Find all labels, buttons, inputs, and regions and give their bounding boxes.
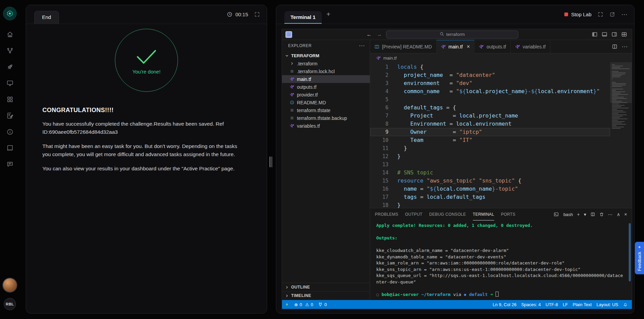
back-icon[interactable]: ← (366, 31, 373, 38)
code-line-8[interactable]: 8 Environment = local.environment (370, 120, 610, 128)
code-line-6[interactable]: 6 default_tags = { (370, 104, 610, 112)
code-line-15[interactable]: 15resource "aws_sns_topic" "sns_topic" { (370, 177, 610, 185)
section-outline[interactable]: OUTLINE (282, 283, 370, 292)
panel-tab-output[interactable]: OUTPUT (405, 208, 422, 220)
file-variables.tf[interactable]: variables.tf (282, 122, 370, 130)
add-terminal-tab-icon[interactable]: + (326, 10, 330, 18)
code-line-4[interactable]: 4 common_name = "${local.project_name}-$… (370, 87, 610, 95)
monitor-icon[interactable] (4, 77, 16, 89)
layout-sidebar-right-icon[interactable] (611, 31, 617, 37)
expand-icon[interactable] (598, 12, 603, 17)
app-logo[interactable] (3, 7, 17, 20)
panel-tab-debug-console[interactable]: DEBUG CONSOLE (429, 208, 466, 220)
chat-icon[interactable] (4, 158, 16, 170)
eol-indicator[interactable]: LF (563, 302, 568, 307)
workflow-icon[interactable] (4, 45, 16, 56)
close-panel-icon[interactable]: × (624, 212, 627, 217)
file-terraform.tfstate[interactable]: terraform.tfstate (282, 106, 370, 114)
keyboard-layout[interactable]: Layout: US (597, 302, 618, 307)
forward-icon[interactable]: → (376, 31, 383, 38)
split-editor-icon[interactable] (612, 44, 618, 49)
code-line-1[interactable]: 1locals { (370, 63, 610, 71)
file-outputs.tf[interactable]: outputs.tf (282, 83, 370, 91)
terminal-scrollbar[interactable] (629, 223, 631, 281)
code-line-12[interactable]: 12} (370, 152, 610, 161)
ports-indicator[interactable]: 0 (318, 302, 327, 307)
stop-lab-button[interactable]: Stop Lab (564, 12, 591, 17)
code-line-18[interactable]: 18} (370, 201, 610, 208)
file-terraform.tfstate.backup[interactable]: terraform.tfstate.backup (282, 114, 370, 122)
file-main.tf[interactable]: main.tf (282, 75, 370, 83)
file-readme.md[interactable]: README.MD (282, 99, 370, 106)
code-line-2[interactable]: 2 project_name = "datacenter" (370, 71, 610, 79)
editor-tab-preview-readme.md[interactable]: [Preview] README.MD (370, 40, 437, 53)
rbl-badge[interactable]: RBL (4, 298, 16, 310)
panel-tab-problems[interactable]: PROBLEMS (375, 208, 398, 220)
code-line-11[interactable]: 11 } (370, 144, 610, 152)
code-line-5[interactable]: 5 (370, 95, 610, 104)
code-line-10[interactable]: 10 Team = "IT" (370, 136, 610, 144)
file-provider.tf[interactable]: provider.tf (282, 91, 370, 99)
blocks-icon[interactable] (4, 93, 16, 105)
code-line-3[interactable]: 3 environment = "dev" (370, 79, 610, 87)
editor-tab-outputs.tf[interactable]: outputs.tf (475, 40, 511, 53)
editor-tab-variables.tf[interactable]: variables.tf (511, 40, 550, 53)
rocket-icon[interactable] (4, 61, 16, 72)
problems-indicator[interactable]: ⊗0 ⚠0 (294, 302, 313, 307)
close-icon[interactable]: × (467, 44, 470, 49)
notifications-bell-icon[interactable] (623, 302, 628, 307)
section-timeline[interactable]: TIMELINE (282, 292, 370, 300)
editor-tab-main.tf[interactable]: main.tf× (437, 40, 475, 54)
minimap-slider[interactable] (610, 62, 632, 103)
kill-terminal-icon[interactable] (599, 212, 604, 217)
panel-tab-ports[interactable]: PORTS (501, 208, 516, 220)
indentation[interactable]: Spaces: 4 (521, 302, 541, 307)
terminal-line: ○ bob@iac-server ~/terraform via ◆ defau… (376, 292, 624, 298)
code-editor[interactable]: 1locals {2 project_name = "datacenter"3 … (370, 62, 610, 208)
info-icon[interactable] (4, 126, 16, 137)
code-line-14[interactable]: 14# SNS topic (370, 169, 610, 177)
file-.terraform.lock.hcl[interactable]: .terraform.lock.hcl (282, 67, 370, 75)
file-.terraform[interactable]: .terraform (282, 60, 370, 67)
split-terminal-icon[interactable] (590, 212, 595, 217)
code-line-9[interactable]: 9 Owner = "iptcp" (370, 128, 610, 136)
book-icon[interactable] (4, 142, 16, 154)
user-avatar[interactable] (3, 278, 17, 292)
panel-resize-handle[interactable] (269, 156, 272, 167)
breadcrumb[interactable]: main.tf (370, 54, 632, 62)
feedback-button[interactable]: + Feedback (635, 242, 644, 274)
remote-indicator[interactable] (285, 302, 289, 307)
command-center-search[interactable]: terraform (386, 30, 518, 39)
maximize-panel-icon[interactable]: ∧ (617, 212, 620, 217)
terminal-dropdown-icon[interactable]: ▾ (584, 212, 586, 217)
file-name: README.MD (297, 100, 326, 105)
minimap[interactable] (610, 62, 632, 208)
language-mode[interactable]: Plain Text (573, 302, 592, 307)
terminal-1-tab[interactable]: Terminal 1 (284, 11, 322, 24)
shell-label[interactable]: bash (563, 212, 573, 217)
encoding[interactable]: UTF-8 (546, 302, 558, 307)
panel-tab-terminal[interactable]: TERMINAL (473, 208, 494, 220)
form-icon[interactable] (4, 110, 16, 121)
panel-more-icon[interactable]: ⋯ (608, 212, 613, 217)
new-terminal-icon[interactable]: + (577, 212, 580, 217)
search-value: terraform (446, 32, 465, 37)
editor-more-icon[interactable]: ⋯ (622, 44, 628, 50)
code-line-16[interactable]: 16 name = "${local.common_name}-topic" (370, 185, 610, 193)
workspace-root-folder[interactable]: TERRAFORM (282, 51, 370, 60)
expand-icon[interactable] (254, 12, 260, 17)
open-external-icon[interactable] (609, 12, 615, 17)
code-line-13[interactable]: 13 (370, 161, 610, 169)
home-icon[interactable] (4, 28, 16, 40)
layout-sidebar-left-icon[interactable] (592, 31, 598, 37)
end-tab[interactable]: End (34, 11, 59, 24)
explorer-more-icon[interactable]: ⋯ (359, 43, 365, 49)
layout-customize-icon[interactable] (621, 31, 627, 37)
code-line-7[interactable]: 7 Project = local.project_name (370, 112, 610, 120)
layout-panel-icon[interactable] (602, 31, 607, 37)
terminal-output[interactable]: Apply complete! Resources: 0 added, 1 ch… (370, 220, 632, 300)
menu-icon[interactable] (285, 31, 292, 38)
code-line-17[interactable]: 17 tags = local.default_tags (370, 193, 610, 201)
cursor-position[interactable]: Ln 9, Col 26 (493, 302, 517, 307)
more-icon[interactable]: ⋯ (621, 12, 627, 18)
